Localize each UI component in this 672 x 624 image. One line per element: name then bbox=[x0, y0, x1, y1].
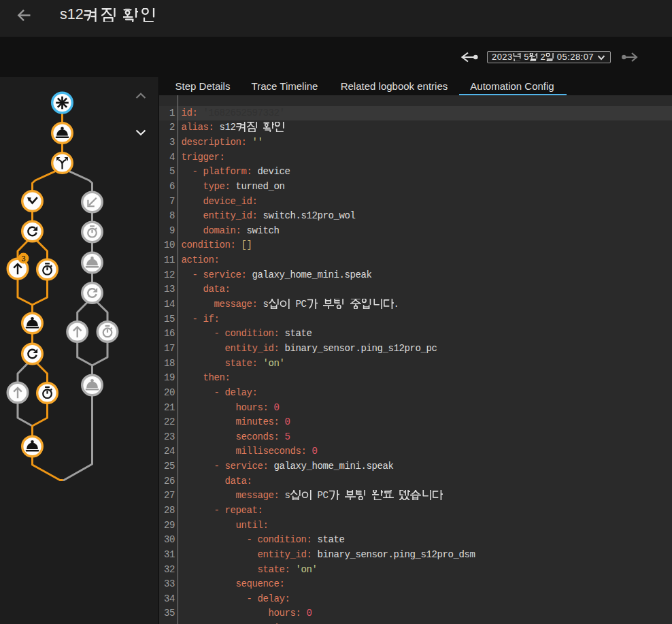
svg-text:3: 3 bbox=[21, 254, 25, 263]
